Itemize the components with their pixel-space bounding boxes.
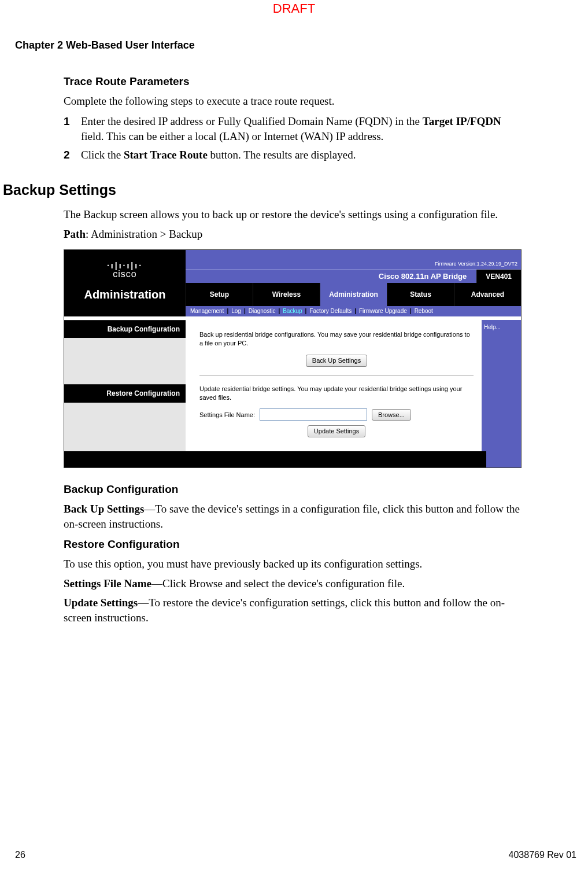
- subnav-firmware-upgrade[interactable]: Firmware Upgrade: [359, 307, 407, 315]
- subnav-backup[interactable]: Backup: [283, 307, 302, 315]
- subnav-management[interactable]: Management: [190, 307, 224, 315]
- firmware-version: Firmware Version:1.24.29.19_DVT2: [186, 250, 521, 270]
- backup-settings-button[interactable]: Back Up Settings: [306, 355, 367, 367]
- page-number: 26: [15, 850, 25, 860]
- chapter-header: Chapter 2 Web-Based User Interface: [15, 39, 195, 51]
- path-label: Path: [64, 228, 86, 240]
- main-tabs: Setup Wireless Administration Status Adv…: [186, 283, 521, 306]
- restore-intro: To use this option, you must have previo…: [64, 557, 520, 572]
- admin-backup-screenshot: ·ı|ı·ı|ı· cisco Firmware Version:1.24.29…: [64, 249, 522, 468]
- path-line: Path: Administration > Backup: [64, 227, 520, 242]
- tab-administration[interactable]: Administration: [320, 283, 387, 306]
- subnav: Management| Log| Diagnostic| Backup| Fac…: [186, 306, 521, 316]
- path-value: : Administration > Backup: [86, 228, 202, 240]
- subnav-diagnostic[interactable]: Diagnostic: [249, 307, 276, 315]
- restore-config-label: Restore Configuration: [64, 384, 186, 402]
- step-bold: Target IP/FQDN: [423, 115, 501, 127]
- step-text: Enter the desired IP address or Fully Qu…: [81, 114, 520, 143]
- section-name: Administration: [64, 283, 186, 306]
- step-2: 2 Click the Start Trace Route button. Th…: [64, 148, 520, 163]
- tab-setup[interactable]: Setup: [186, 283, 253, 306]
- subnav-reboot[interactable]: Reboot: [415, 307, 433, 315]
- doc-id: 4038769 Rev 01: [509, 850, 576, 860]
- step-1: 1 Enter the desired IP address or Fully …: [64, 114, 520, 143]
- browse-button[interactable]: Browse...: [372, 409, 411, 421]
- backup-configuration-heading: Backup Configuration: [64, 482, 520, 497]
- backup-desc: Back up residential bridge configuration…: [199, 330, 474, 348]
- product-title: Cisco 802.11n AP Bridge: [369, 270, 476, 283]
- tab-advanced[interactable]: Advanced: [454, 283, 521, 306]
- tab-status[interactable]: Status: [387, 283, 454, 306]
- draft-watermark: DRAFT: [0, 1, 588, 16]
- step-number: 2: [64, 148, 81, 163]
- cisco-bars-icon: ·ı|ı·ı|ı·: [107, 261, 143, 270]
- trace-route-intro: Complete the following steps to execute …: [64, 94, 520, 109]
- backup-intro: The Backup screen allows you to back up …: [64, 207, 520, 222]
- settings-file-input[interactable]: [260, 408, 367, 421]
- step-bold: Start Trace Route: [124, 149, 208, 161]
- help-link[interactable]: Help...: [484, 324, 501, 330]
- backup-settings-heading: Backup Settings: [3, 181, 520, 200]
- backup-settings-bold: Back Up Settings: [64, 503, 144, 515]
- settings-file-name-text: —Click Browse and select the device's co…: [151, 577, 405, 590]
- backup-config-label: Backup Configuration: [64, 320, 186, 338]
- step-text-b: field. This can be either a local (LAN) …: [81, 130, 383, 142]
- cisco-wordmark: cisco: [107, 270, 143, 279]
- subnav-factory-defaults[interactable]: Factory Defaults: [309, 307, 352, 315]
- trace-route-heading: Trace Route Parameters: [64, 74, 520, 89]
- update-settings-bold: Update Settings: [64, 596, 138, 609]
- step-text-a: Enter the desired IP address or Fully Qu…: [81, 115, 423, 127]
- backup-configuration-text: Back Up Settings—To save the device's se…: [64, 502, 520, 531]
- step-text: Click the Start Trace Route button. The …: [81, 148, 356, 163]
- model-label: VEN401: [476, 270, 521, 283]
- settings-file-name-para: Settings File Name—Click Browse and sele…: [64, 576, 520, 591]
- restore-desc: Update residential bridge settings. You …: [199, 385, 474, 402]
- step-text-a: Click the: [81, 149, 124, 161]
- step-number: 1: [64, 114, 81, 143]
- subnav-log[interactable]: Log: [231, 307, 241, 315]
- tab-wireless[interactable]: Wireless: [253, 283, 320, 306]
- settings-file-label: Settings File Name:: [199, 411, 255, 419]
- update-settings-para: Update Settings—To restore the device's …: [64, 595, 520, 625]
- trace-route-steps: 1 Enter the desired IP address or Fully …: [64, 114, 520, 162]
- restore-configuration-heading: Restore Configuration: [64, 537, 520, 552]
- step-text-b: button. The results are displayed.: [208, 149, 356, 161]
- settings-file-name-bold: Settings File Name: [64, 577, 151, 590]
- update-settings-button[interactable]: Update Settings: [308, 425, 365, 437]
- cisco-logo: ·ı|ı·ı|ı· cisco: [64, 250, 186, 283]
